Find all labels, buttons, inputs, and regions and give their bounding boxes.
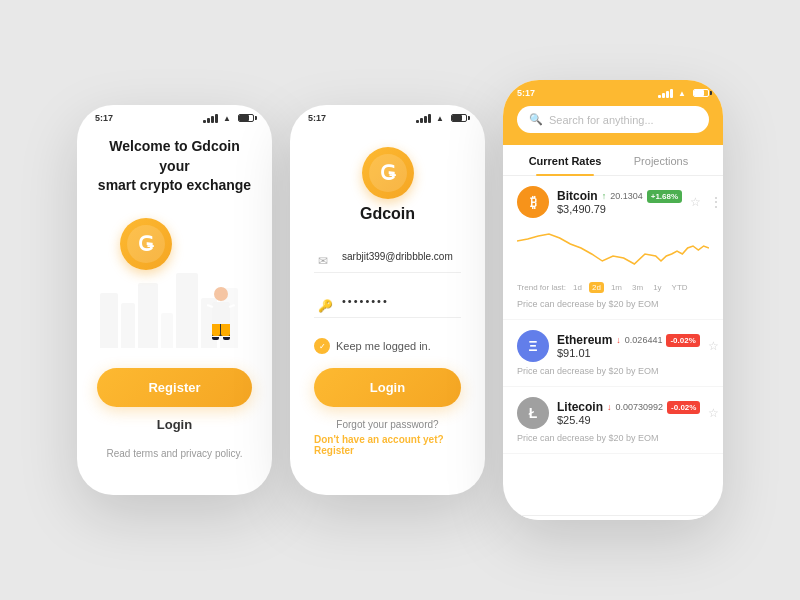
litecoin-item: Ł Litecoin ↓ 0.00730992 -0.02% $25.49 [503,387,723,454]
battery-icon-3 [693,89,709,97]
forgot-password-link[interactable]: Forgot your password? [336,419,438,430]
welcome-title: Welcome to Gdcoin your smart crypto exch… [97,137,252,196]
period-2d[interactable]: 2d [589,282,604,293]
keep-logged-label: Keep me logged in. [336,340,431,352]
ethereum-item: Ξ Ethereum ↓ 0.026441 -0.02% $91.01 [503,320,723,387]
litecoin-badge: -0.02% [667,401,700,414]
signal-icon [203,114,218,123]
period-ytd[interactable]: YTD [669,282,691,293]
dashboard-body: ₿ Bitcoin ↑ 20.1304 +1.68% $3,490.79 [503,176,723,520]
status-bar-1: 5:17 ▲ [77,105,272,127]
no-account-text: Don't have an account yet? Register [314,434,461,456]
welcome-screen: 5:17 ▲ Welcome to Gdcoin your smart cryp… [77,105,272,495]
email-wrapper: ✉ [314,241,461,281]
password-input[interactable] [314,285,461,318]
signal-icon-2 [416,114,431,123]
login-screen: 5:17 ▲ Ǥ Gdcoin ✉ [290,105,485,495]
ethereum-badge: -0.02% [666,334,699,347]
register-link-text[interactable]: Register [314,445,354,456]
logo-symbol-login: Ǥ [369,154,407,192]
time-1: 5:17 [95,113,113,123]
period-1m[interactable]: 1m [608,282,625,293]
litecoin-arrow: ↓ [607,402,612,412]
litecoin-change: 0.00730992 [616,402,664,412]
bitcoin-chart [517,222,709,282]
bitcoin-icon: ₿ [517,186,549,218]
litecoin-price: $25.49 [557,414,591,426]
time-3: 5:17 [517,88,535,98]
wifi-icon: ▲ [223,114,231,123]
bitcoin-trend-row: Trend for last: 1d 2d 1m 3m 1y YTD [517,282,709,297]
wifi-icon-3: ▲ [678,89,686,98]
bitcoin-price: $3,490.79 [557,203,606,215]
password-wrapper: 🔑 [314,285,461,326]
bitcoin-item: ₿ Bitcoin ↑ 20.1304 +1.68% $3,490.79 [503,176,723,320]
tab-current-rates[interactable]: Current Rates [517,145,613,175]
litecoin-info: Litecoin ↓ 0.00730992 -0.02% $25.49 [557,400,700,426]
ethereum-arrow: ↓ [616,335,621,345]
search-area: 🔍 Search for anything... [503,102,723,145]
litecoin-star-icon[interactable]: ☆ [708,406,719,420]
gdcoin-logo-login: Ǥ [362,147,414,199]
ethereum-icon: Ξ [517,330,549,362]
ethereum-star-icon[interactable]: ☆ [708,339,719,353]
ethereum-name: Ethereum [557,333,612,347]
ethereum-desc: Price can decrease by $20 by EOM [517,366,709,376]
ethereum-change: 0.026441 [625,335,663,345]
bitcoin-chart-svg [517,226,709,271]
status-icons-1: ▲ [203,114,254,123]
email-input[interactable] [314,241,461,273]
trend-label: Trend for last: [517,283,566,292]
checkmark-icon: ✓ [319,342,326,351]
battery-icon [238,114,254,122]
login-button[interactable]: Login [314,368,461,407]
bitcoin-name: Bitcoin [557,189,598,203]
register-button[interactable]: Register [97,368,252,407]
illustration: Ǥ [100,208,250,348]
ethereum-actions: ☆ ⋮ [708,338,723,354]
bitcoin-info: Bitcoin ↑ 20.1304 +1.68% $3,490.79 [557,189,682,215]
tabs-row: Current Rates Projections [503,145,723,176]
litecoin-icon: Ł [517,397,549,429]
search-bar[interactable]: 🔍 Search for anything... [517,106,709,133]
bitcoin-more-icon[interactable]: ⋮ [709,194,723,210]
search-placeholder-text: Search for anything... [549,114,654,126]
app-name: Gdcoin [360,205,415,223]
status-bar-3: 5:17 ▲ [503,80,723,102]
litecoin-name: Litecoin [557,400,603,414]
keep-logged-checkbox[interactable]: ✓ [314,338,330,354]
crypto-list: ₿ Bitcoin ↑ 20.1304 +1.68% $3,490.79 [503,176,723,515]
bitcoin-desc: Price can decrease by $20 by EOM [517,299,709,309]
terms-text: Read terms and privacy policy. [107,448,243,459]
bitcoin-actions: ☆ ⋮ [690,194,723,210]
bitcoin-star-icon[interactable]: ☆ [690,195,701,209]
battery-icon-2 [451,114,467,122]
period-3m[interactable]: 3m [629,282,646,293]
bitcoin-badge: +1.68% [647,190,682,203]
bitcoin-change: 20.1304 [610,191,643,201]
period-1d[interactable]: 1d [570,282,585,293]
dashboard-screen: 5:17 ▲ 🔍 Search for anything... [503,80,723,520]
time-2: 5:17 [308,113,326,123]
litecoin-actions: ☆ ⋮ [708,405,723,421]
character-illustration [212,287,230,340]
bottom-nav: ⊞ Home ▦ Markets ◫ Wallet ⇅ Trades ⚙ S [503,515,723,520]
bitcoin-arrow: ↑ [602,191,607,201]
ethereum-price: $91.01 [557,347,591,359]
gdcoin-logo-illustration: Ǥ [120,218,172,270]
wifi-icon-2: ▲ [436,114,444,123]
litecoin-desc: Price can decrease by $20 by EOM [517,433,709,443]
signal-icon-3 [658,89,673,98]
status-icons-2: ▲ [416,114,467,123]
keep-logged-row: ✓ Keep me logged in. [314,338,461,354]
status-bar-2: 5:17 ▲ [290,105,485,127]
status-icons-3: ▲ [658,89,709,98]
login-link[interactable]: Login [157,417,192,432]
tab-projections[interactable]: Projections [613,145,709,175]
ethereum-info: Ethereum ↓ 0.026441 -0.02% $91.01 [557,333,700,359]
coin-symbol-illustration: Ǥ [127,225,165,263]
search-icon: 🔍 [529,113,543,126]
period-1y[interactable]: 1y [650,282,664,293]
